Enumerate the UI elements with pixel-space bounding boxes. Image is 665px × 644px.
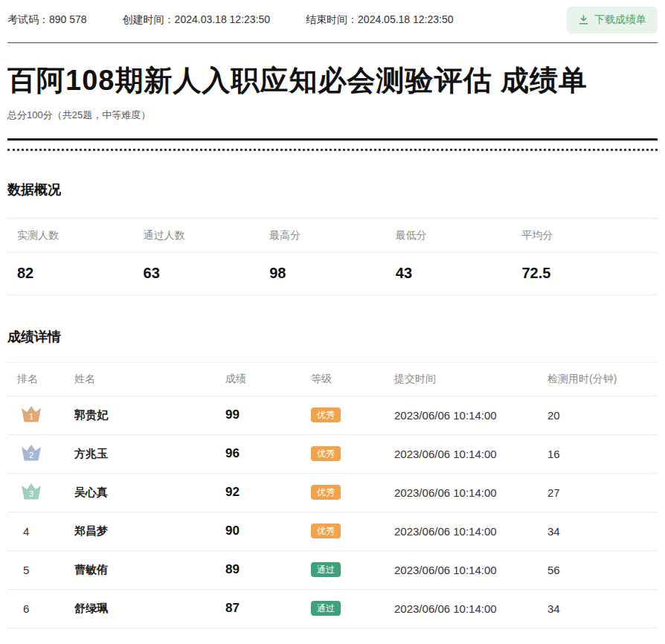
page-title: 百阿108期新人入职应知必会测验评估 成绩单 (7, 64, 658, 98)
created-time-value: 2024.03.18 12:23:50 (175, 13, 270, 25)
end-time-value: 2024.05.18 12:23:50 (358, 13, 453, 25)
details-col-duration: 检测用时(分钟) (547, 373, 648, 386)
rank-cell: 1 (17, 406, 74, 425)
overview-values-row: 82 63 98 43 72.5 (7, 253, 658, 295)
submit-time: 2023/06/06 10:14:00 (394, 486, 547, 499)
details-col-name: 姓名 (74, 373, 225, 386)
rank-cell: 3 (17, 483, 74, 502)
overview-value-tested: 82 (17, 253, 144, 294)
separator-solid (7, 138, 658, 141)
score-value: 90 (225, 524, 311, 538)
student-name: 郑昌梦 (74, 524, 225, 538)
overview-stats-table: 实测人数 通过人数 最高分 最低分 平均分 82 63 98 43 72.5 (7, 218, 658, 295)
overview-value-passed: 63 (144, 253, 270, 294)
grade-badge: 优秀 (311, 485, 341, 500)
exam-code: 考试码：890 578 (7, 13, 87, 27)
grade-badge: 优秀 (311, 408, 341, 422)
rank-number: 1 (22, 412, 41, 421)
table-row: 1 郭贵妃 99 优秀 2023/06/06 10:14:00 20 (7, 396, 658, 435)
table-row: 2 方兆玉 96 优秀 2023/06/06 10:14:00 16 (7, 435, 658, 474)
overview-value-lowest: 43 (396, 253, 522, 294)
details-col-rank: 排名 (17, 373, 74, 386)
submit-time: 2023/06/06 10:14:00 (394, 564, 547, 576)
details-col-score: 成绩 (225, 373, 311, 386)
overview-value-average: 72.5 (521, 253, 648, 294)
exam-code-label: 考试码： (7, 13, 49, 25)
table-row: 3 吴心真 92 优秀 2023/06/06 10:14:00 27 (7, 474, 658, 512)
submit-time: 2023/06/06 10:14:00 (394, 448, 547, 460)
table-row: 4 郑昌梦 90 优秀 2023/06/06 10:14:00 34 (7, 512, 658, 551)
overview-col-passed: 通过人数 (144, 219, 270, 252)
overview-col-highest: 最高分 (269, 219, 396, 252)
created-time-label: 创建时间： (123, 13, 175, 25)
grade-cell: 优秀 (311, 408, 394, 422)
silver-crown-icon: 2 (22, 445, 41, 461)
overview-value-highest: 98 (269, 253, 396, 294)
grade-badge: 优秀 (311, 446, 341, 461)
score-value: 89 (225, 562, 311, 577)
rank-cell: 4 (17, 525, 74, 538)
details-heading: 成绩详情 (7, 328, 658, 346)
rank-number: 3 (22, 489, 41, 498)
student-name: 舒绿珮 (74, 602, 225, 616)
gold-crown-icon: 1 (22, 406, 41, 422)
duration-value: 34 (547, 602, 648, 615)
table-row: 5 曹敏侑 89 通过 2023/06/06 10:14:00 56 (7, 551, 658, 590)
rank-number: 2 (22, 451, 41, 460)
duration-value: 16 (547, 448, 648, 460)
student-name: 方兆玉 (74, 447, 225, 461)
separator-dotted (7, 149, 658, 151)
grade-cell: 优秀 (311, 446, 394, 461)
grade-cell: 优秀 (311, 524, 394, 538)
submit-time: 2023/06/06 10:14:00 (394, 525, 547, 538)
download-icon (578, 14, 589, 25)
score-value: 92 (225, 485, 311, 500)
end-time: 结束时间：2024.05.18 12:23:50 (306, 13, 453, 27)
score-value: 87 (225, 601, 311, 616)
student-name: 吴心真 (74, 486, 225, 500)
details-col-time: 提交时间 (394, 373, 547, 386)
rank-cell: 2 (17, 445, 74, 463)
duration-value: 27 (547, 486, 648, 499)
page-subtitle: 总分100分（共25题，中等难度） (7, 109, 658, 122)
grade-badge: 通过 (311, 601, 341, 616)
rank-cell: 6 (17, 602, 74, 615)
details-header-row: 排名 姓名 成绩 等级 提交时间 检测用时(分钟) (7, 363, 658, 396)
table-row: 6 舒绿珮 87 通过 2023/06/06 10:14:00 34 (7, 590, 658, 628)
title-block: 百阿108期新人入职应知必会测验评估 成绩单 总分100分（共25题，中等难度） (7, 43, 658, 138)
rank-cell: 5 (17, 564, 74, 576)
score-report-page: 考试码：890 578 创建时间：2024.03.18 12:23:50 结束时… (0, 0, 665, 628)
bronze-crown-icon: 3 (22, 483, 41, 500)
score-value: 96 (225, 446, 311, 461)
details-col-grade: 等级 (311, 373, 394, 386)
overview-heading: 数据概况 (7, 181, 658, 199)
overview-col-tested: 实测人数 (17, 219, 144, 252)
end-time-label: 结束时间： (306, 13, 358, 25)
created-time: 创建时间：2024.03.18 12:23:50 (123, 13, 270, 27)
download-report-button[interactable]: 下载成绩单 (567, 7, 658, 33)
submit-time: 2023/06/06 10:14:00 (394, 602, 547, 615)
top-meta-bar: 考试码：890 578 创建时间：2024.03.18 12:23:50 结束时… (7, 0, 658, 43)
grade-badge: 通过 (311, 562, 341, 577)
overview-col-average: 平均分 (521, 219, 648, 252)
score-details-table: 排名 姓名 成绩 等级 提交时间 检测用时(分钟) 1 郭贵妃 99 优秀 20… (7, 362, 658, 628)
overview-header-row: 实测人数 通过人数 最高分 最低分 平均分 (7, 219, 658, 253)
grade-cell: 通过 (311, 562, 394, 577)
download-button-label: 下载成绩单 (594, 13, 646, 27)
exam-code-value: 890 578 (49, 13, 87, 25)
overview-col-lowest: 最低分 (396, 219, 522, 252)
student-name: 郭贵妃 (74, 408, 225, 422)
student-name: 曹敏侑 (74, 563, 225, 577)
duration-value: 20 (547, 409, 648, 422)
grade-cell: 通过 (311, 601, 394, 616)
duration-value: 34 (547, 525, 648, 538)
submit-time: 2023/06/06 10:14:00 (394, 409, 547, 422)
score-value: 99 (225, 408, 311, 422)
duration-value: 56 (547, 564, 648, 576)
grade-cell: 优秀 (311, 485, 394, 500)
grade-badge: 优秀 (311, 524, 341, 538)
